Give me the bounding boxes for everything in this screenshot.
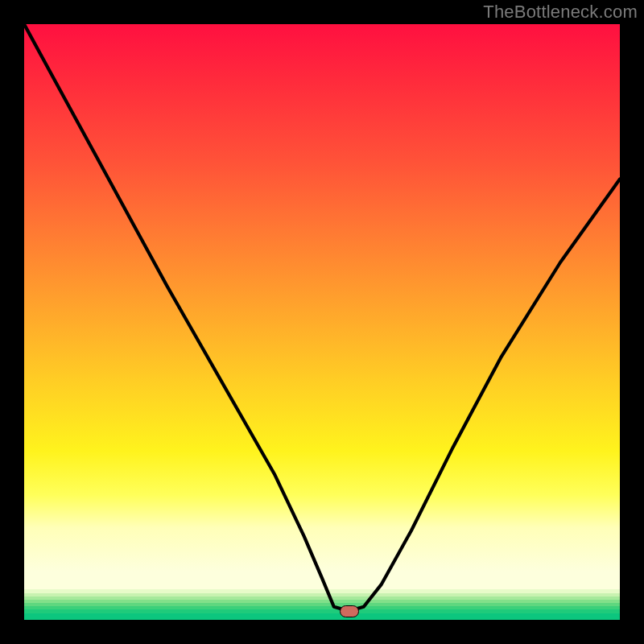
- bottleneck-curve: [24, 24, 620, 620]
- chart-frame: TheBottleneck.com: [0, 0, 644, 644]
- curve-path: [24, 24, 620, 611]
- optimal-point-marker: [340, 605, 359, 617]
- watermark-text: TheBottleneck.com: [483, 2, 638, 23]
